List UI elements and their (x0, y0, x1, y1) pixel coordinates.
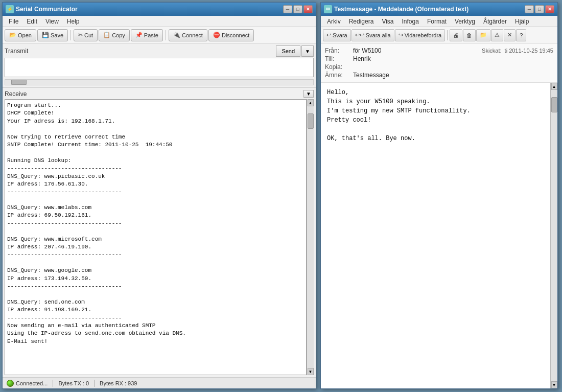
email-maximize-button[interactable]: □ (535, 5, 544, 13)
email-menu-arkiv[interactable]: Arkiv (323, 17, 345, 26)
status-sep-1 (53, 380, 53, 387)
close-email-icon: ✕ (507, 32, 512, 38)
email-menu-verktyg[interactable]: Verktyg (451, 17, 479, 26)
serial-title-bar: ⚡ Serial Communicator ─ □ ✕ (3, 3, 316, 16)
transmit-section: Transmit Send ▼ (3, 43, 316, 88)
email-vscroll-down-arrow[interactable]: ▼ (551, 381, 557, 388)
connect-button[interactable]: 🔌 Connect (169, 29, 207, 41)
close-email-button[interactable]: ✕ (504, 29, 516, 41)
serial-menu-help[interactable]: Help (63, 17, 84, 26)
subject-value: Testmessage (353, 72, 553, 79)
delete-icon: 🗑 (466, 32, 472, 38)
svara-label: Svara (333, 32, 347, 38)
email-menu-visa[interactable]: Visa (378, 17, 397, 26)
sent-label: Skickat: (482, 48, 502, 54)
save-button[interactable]: 💾 Save (37, 29, 68, 41)
open-icon: 📂 (9, 32, 16, 38)
transmit-hscroll[interactable] (5, 79, 314, 85)
to-value: Henrik (353, 55, 553, 62)
email-window: ✉ Testmessage - Meddelande (Oformaterad … (320, 2, 558, 389)
email-title-bar-left: ✉ Testmessage - Meddelande (Oformaterad … (324, 5, 469, 13)
junk-button[interactable]: ⚠ (491, 29, 503, 41)
copy-button[interactable]: 📋 Copy (99, 29, 130, 41)
receive-dropdown-button[interactable]: ▼ (303, 90, 314, 98)
open-label: Open (18, 32, 32, 38)
serial-menu-view[interactable]: View (41, 17, 63, 26)
email-menu-infoga[interactable]: Infoga (398, 17, 423, 26)
email-menu-redigera[interactable]: Redigera (345, 17, 378, 26)
serial-close-button[interactable]: ✕ (303, 5, 313, 13)
email-title-bar: ✉ Testmessage - Meddelande (Oformaterad … (321, 3, 557, 16)
open-button[interactable]: 📂 Open (5, 29, 36, 41)
connect-label: Connect (182, 32, 203, 38)
email-minimize-button[interactable]: ─ (525, 5, 534, 13)
vscroll-up-arrow[interactable]: ▲ (308, 99, 314, 106)
cut-icon: ✂ (78, 32, 83, 38)
receive-section: Receive ▼ Program start... DHCP Complete… (3, 88, 316, 377)
title-bar-left: ⚡ Serial Communicator (6, 5, 78, 13)
connection-led (7, 380, 14, 387)
email-vscroll-thumb[interactable] (551, 97, 557, 112)
help-email-button[interactable]: ? (516, 29, 526, 41)
from-label: Från: (325, 47, 353, 54)
subject-label: Ämne: (325, 72, 353, 79)
to-label: Till: (325, 55, 353, 62)
cc-row: Kopia: (325, 63, 553, 71)
disconnect-label: Disconnect (222, 32, 249, 38)
receive-content: Program start... DHCP Complete! Your IP … (5, 99, 307, 375)
svara-button[interactable]: ↩ Svara (323, 29, 351, 41)
bytes-rx: Bytes RX : 939 (100, 380, 137, 386)
toolbar-sep-1 (71, 30, 71, 40)
serial-window-controls: ─ □ ✕ (283, 5, 313, 13)
vidarebefordra-icon: ↪ (399, 32, 403, 38)
paste-button[interactable]: 📌 Paste (131, 29, 163, 41)
serial-communicator-window: ⚡ Serial Communicator ─ □ ✕ File Edit Vi… (2, 2, 316, 389)
email-menu-hjalp[interactable]: Hjälp (511, 17, 533, 26)
vscroll-down-arrow[interactable]: ▼ (308, 368, 314, 375)
receive-label: Receive (5, 90, 27, 98)
serial-menu-edit[interactable]: Edit (22, 17, 41, 26)
send-dropdown-button[interactable]: ▼ (301, 45, 314, 57)
transmit-input[interactable] (5, 58, 314, 77)
svara-alla-label: Svara alla (366, 32, 391, 38)
email-vscrollbar[interactable]: ▲ ▼ (550, 83, 557, 388)
email-menu-format[interactable]: Format (423, 17, 451, 26)
email-close-button[interactable]: ✕ (545, 5, 554, 13)
email-menu-atgarder[interactable]: Åtgärder (479, 17, 511, 26)
vidarebefordra-button[interactable]: ↪ Vidarebefordra (395, 29, 446, 41)
move-button[interactable]: 📁 (476, 29, 490, 41)
hscroll-thumb[interactable] (11, 80, 27, 85)
connect-icon: 🔌 (173, 32, 180, 38)
disconnect-button[interactable]: ⛔ Disconnect (208, 29, 254, 41)
serial-maximize-button[interactable]: □ (293, 5, 302, 13)
disconnect-icon: ⛔ (213, 32, 220, 38)
serial-menu-bar: File Edit View Help (3, 16, 316, 27)
delete-button[interactable]: 🗑 (463, 29, 476, 41)
copy-icon: 📋 (103, 32, 110, 38)
serial-status-bar: Connected... Bytes TX : 0 Bytes RX : 939 (3, 377, 316, 388)
receive-header: Receive ▼ (5, 90, 314, 98)
paste-icon: 📌 (135, 32, 143, 38)
help-email-icon: ? (520, 32, 523, 38)
vscroll-thumb[interactable] (308, 113, 314, 129)
send-button[interactable]: Send (276, 45, 300, 57)
email-toolbar: ↩ Svara ↩↩ Svara alla ↪ Vidarebefordra 🖨… (321, 27, 557, 43)
paste-label: Paste (144, 32, 158, 38)
receive-vscrollbar[interactable]: ▲ ▼ (307, 99, 314, 375)
svara-alla-button[interactable]: ↩↩ Svara alla (352, 29, 394, 41)
toolbar-sep-2 (166, 30, 166, 40)
print-button[interactable]: 🖨 (450, 29, 462, 41)
to-row: Till: Henrik (325, 55, 553, 63)
email-window-title: Testmessage - Meddelande (Oformaterad te… (334, 6, 469, 13)
vidarebefordra-label: Vidarebefordra (405, 32, 442, 38)
save-icon: 💾 (42, 32, 49, 38)
email-vscroll-up-arrow[interactable]: ▲ (551, 83, 557, 90)
serial-toolbar: 📂 Open 💾 Save ✂ Cut 📋 Copy 📌 Paste 🔌 Con… (3, 27, 316, 43)
print-icon: 🖨 (453, 32, 459, 38)
serial-minimize-button[interactable]: ─ (283, 5, 292, 13)
cut-button[interactable]: ✂ Cut (74, 29, 98, 41)
email-body: Hello, This is your W5100 speaking. I'm … (321, 83, 550, 388)
save-label: Save (51, 32, 63, 38)
status-sep-2 (94, 380, 95, 387)
serial-menu-file[interactable]: File (5, 17, 22, 26)
